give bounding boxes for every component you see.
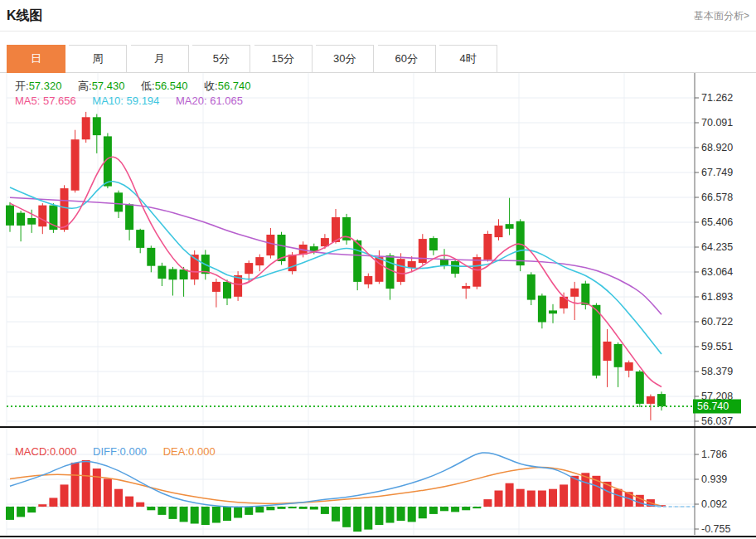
price-axis-label: 68.920 <box>701 142 733 153</box>
macd-axis-label: 1.786 <box>701 449 727 460</box>
tab-week[interactable]: 周 <box>69 45 127 73</box>
tab-5min[interactable]: 5分 <box>192 45 250 73</box>
tab-month[interactable]: 月 <box>131 45 189 73</box>
tab-4hour[interactable]: 4时 <box>439 45 497 73</box>
price-axis-label: 59.551 <box>701 341 733 352</box>
candles <box>6 112 666 420</box>
price-axis-label: 56.037 <box>701 415 733 427</box>
interval-tab-bar: 日 周 月 5分 15分 30分 60分 4时 <box>0 45 756 73</box>
tab-15min[interactable]: 15分 <box>254 45 313 73</box>
current-price-tag: 56.740 <box>693 400 741 414</box>
price-axis-label: 64.235 <box>701 241 733 253</box>
tab-day[interactable]: 日 <box>7 45 65 73</box>
price-axis-label: 66.578 <box>701 192 733 203</box>
price-axis-label: 71.262 <box>701 92 733 104</box>
macd-axis-label: -0.755 <box>701 523 730 535</box>
svg-text:56.740: 56.740 <box>697 401 729 412</box>
price-axis-label: 63.064 <box>701 266 733 278</box>
price-axis-label: 60.722 <box>701 316 733 328</box>
price-axis-label: 70.091 <box>701 117 733 129</box>
price-axis-label: 61.893 <box>701 291 733 303</box>
fundamental-analysis-link[interactable]: 基本面分析> <box>694 9 749 23</box>
tab-60min[interactable]: 60分 <box>378 45 436 73</box>
kline-chart-area[interactable]: 71.26270.09168.92067.74966.57865.40664.2… <box>0 73 756 539</box>
tab-30min[interactable]: 30分 <box>316 45 374 73</box>
page-title: K线图 <box>7 7 43 25</box>
candlestick-macd-chart[interactable]: 71.26270.09168.92067.74966.57865.40664.2… <box>0 73 756 539</box>
macd-axis-label: 0.092 <box>701 498 727 510</box>
price-axis-label: 65.406 <box>701 216 733 228</box>
price-axis-label: 67.749 <box>701 167 733 178</box>
ma10-line <box>10 182 662 354</box>
macd-axis-label: 0.939 <box>701 473 727 485</box>
price-axis-label: 58.379 <box>701 366 733 377</box>
top-bar: K线图 基本面分析> <box>0 0 756 32</box>
